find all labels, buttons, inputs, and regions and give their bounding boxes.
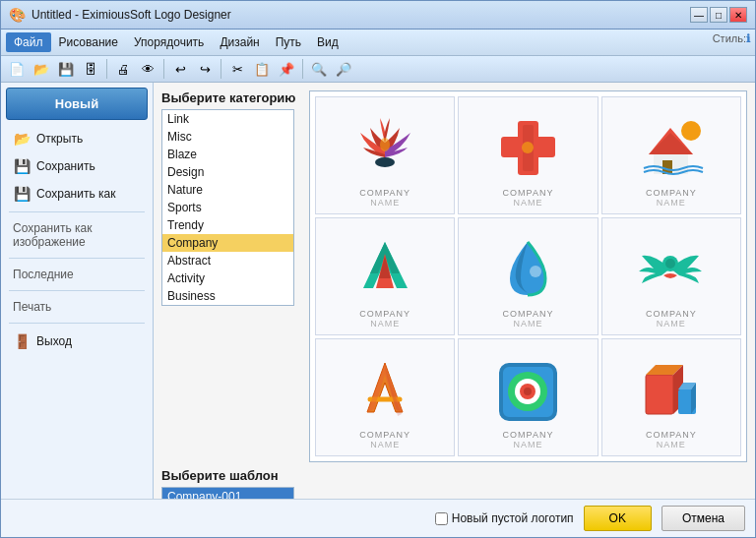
- logo-cell-6[interactable]: COMPANYNAME: [601, 217, 741, 335]
- toolbar-zoom-out[interactable]: 🔎: [333, 58, 354, 80]
- category-item[interactable]: Company(2): [162, 305, 293, 306]
- menu-item-design[interactable]: Дизайн: [212, 32, 267, 52]
- logo-cell-4[interactable]: COMPANYNAME: [315, 217, 455, 335]
- toolbar-save[interactable]: 💾: [55, 58, 77, 80]
- category-title: Выберите категорию: [161, 90, 299, 105]
- menu-item-view[interactable]: Вид: [309, 32, 346, 52]
- logo-cell-9[interactable]: COMPANYNAME: [601, 338, 741, 456]
- category-panel: Выберите категорию LinkMiscBlazeDesignNa…: [161, 90, 299, 462]
- maximize-button[interactable]: □: [710, 7, 727, 23]
- sidebar-item-save[interactable]: 💾 Сохранить: [1, 152, 153, 180]
- sidebar-item-exit[interactable]: 🚪 Выход: [1, 328, 153, 355]
- toolbar-sep3: [220, 59, 221, 79]
- toolbar-sep1: [106, 59, 107, 79]
- category-item[interactable]: Nature: [162, 181, 293, 199]
- logo-name-9: COMPANYNAME: [646, 430, 697, 449]
- logo-grid: COMPANYNAME: [315, 96, 741, 456]
- logo-svg-5: [488, 231, 567, 305]
- logo-cell-7[interactable]: COMPANYNAME: [315, 338, 455, 456]
- template-panel: Выберите шаблон Company-001Company-002Co…: [161, 468, 294, 499]
- menu-item-path[interactable]: Путь: [268, 32, 309, 52]
- category-item[interactable]: Abstract: [162, 252, 293, 269]
- toolbar-cut[interactable]: ✂: [226, 58, 248, 80]
- window-title: Untitled - EximiousSoft Logo Designer: [32, 8, 231, 22]
- toolbar-preview[interactable]: 👁: [137, 58, 158, 80]
- sidebar-divider1: [9, 211, 145, 212]
- toolbar-undo[interactable]: ↩: [169, 58, 191, 80]
- sidebar: Новый 📂 Открыть 💾 Сохранить 💾 Сохранить …: [1, 83, 154, 499]
- bottom-bar: Новый пустой логотип OK Отмена: [1, 499, 755, 537]
- svg-point-1: [380, 138, 390, 151]
- open-icon: 📂: [13, 130, 31, 148]
- category-item[interactable]: Misc: [162, 128, 293, 146]
- saveas-icon: 💾: [13, 185, 31, 203]
- logo-cell-3[interactable]: COMPANYNAME: [601, 96, 741, 214]
- new-empty-checkbox[interactable]: [435, 512, 448, 525]
- toolbar-print[interactable]: 🖨: [112, 58, 134, 80]
- category-item[interactable]: Business: [162, 287, 293, 305]
- sidebar-item-open[interactable]: 📂 Открыть: [1, 125, 153, 152]
- category-item[interactable]: Link: [162, 110, 293, 128]
- toolbar-zoom-in[interactable]: 🔍: [308, 58, 330, 80]
- logo-name-4: COMPANYNAME: [359, 309, 410, 329]
- template-item[interactable]: Company-001: [162, 488, 293, 499]
- close-button[interactable]: ✕: [729, 7, 747, 23]
- logo-svg-1: [346, 110, 424, 184]
- toolbar-redo[interactable]: ↪: [194, 58, 216, 80]
- new-button[interactable]: Новый: [6, 88, 148, 120]
- svg-point-5: [522, 142, 534, 153]
- ok-button[interactable]: OK: [584, 506, 652, 531]
- toolbar-new[interactable]: 📄: [6, 58, 28, 80]
- window-controls: — □ ✕: [690, 7, 747, 23]
- svg-point-0: [375, 157, 395, 167]
- toolbar-sep2: [163, 59, 164, 79]
- sidebar-item-saveimage[interactable]: Сохранить как изображение: [1, 216, 153, 254]
- category-item[interactable]: Trendy: [162, 216, 293, 234]
- logo-cell-2[interactable]: COMPANYNAME: [458, 96, 598, 214]
- category-item[interactable]: Blaze: [162, 146, 293, 163]
- logo-name-5: COMPANYNAME: [503, 309, 554, 329]
- template-listbox[interactable]: Company-001Company-002Company-003Company…: [161, 487, 294, 499]
- toolbar: 📄 📂 💾 🗄 🖨 👁 ↩ ↪ ✂ 📋 📌 🔍 🔎: [1, 56, 755, 83]
- menu-item-file[interactable]: Файл: [6, 32, 51, 52]
- menu-item-draw[interactable]: Рисование: [51, 32, 126, 52]
- sidebar-divider2: [9, 258, 145, 259]
- category-item[interactable]: Activity: [162, 269, 293, 287]
- minimize-button[interactable]: —: [690, 7, 708, 23]
- category-listbox[interactable]: LinkMiscBlazeDesignNatureSportsTrendyCom…: [161, 109, 294, 306]
- logo-cell-5[interactable]: COMPANYNAME: [458, 217, 598, 335]
- category-item[interactable]: Sports: [162, 199, 293, 216]
- logo-svg-9: [632, 352, 711, 426]
- logo-svg-8: [488, 352, 567, 426]
- svg-point-23: [524, 388, 532, 395]
- sidebar-item-saveas[interactable]: 💾 Сохранить как: [1, 180, 153, 208]
- sidebar-item-recent[interactable]: Последние: [1, 263, 153, 286]
- logo-name-1: COMPANYNAME: [359, 188, 410, 208]
- toolbar-paste[interactable]: 📌: [276, 58, 297, 80]
- toolbar-sep4: [302, 59, 303, 79]
- menu-bar: Файл Рисование Упорядочить Дизайн Путь В…: [1, 30, 755, 56]
- sidebar-item-print[interactable]: Печать: [1, 295, 153, 319]
- new-empty-checkbox-label[interactable]: Новый пустой логотип: [435, 511, 574, 525]
- toolbar-save2[interactable]: 🗄: [80, 58, 101, 80]
- toolbar-open[interactable]: 📂: [31, 58, 52, 80]
- menu-item-arrange[interactable]: Упорядочить: [126, 32, 212, 52]
- logo-cell-1[interactable]: COMPANYNAME: [315, 96, 455, 214]
- svg-rect-24: [646, 375, 673, 414]
- style-info-button[interactable]: ℹ: [746, 32, 750, 52]
- sidebar-divider4: [9, 323, 145, 324]
- category-item[interactable]: Design: [162, 163, 293, 181]
- template-title: Выберите шаблон: [161, 468, 294, 483]
- template-section-row: Выберите шаблон Company-001Company-002Co…: [161, 468, 747, 499]
- category-item[interactable]: Company: [162, 234, 293, 252]
- logo-svg-6: [632, 231, 711, 305]
- logo-grid-container[interactable]: COMPANYNAME: [309, 90, 747, 462]
- cancel-button[interactable]: Отмена: [662, 506, 745, 531]
- logo-name-7: COMPANYNAME: [359, 430, 410, 449]
- category-section: Выберите категорию LinkMiscBlazeDesignNa…: [161, 90, 747, 462]
- logo-cell-8[interactable]: COMPANYNAME: [458, 338, 598, 456]
- logo-svg-3: [632, 110, 711, 184]
- logo-svg-4: [346, 231, 424, 305]
- logo-name-8: COMPANYNAME: [503, 430, 554, 449]
- toolbar-copy[interactable]: 📋: [251, 58, 273, 80]
